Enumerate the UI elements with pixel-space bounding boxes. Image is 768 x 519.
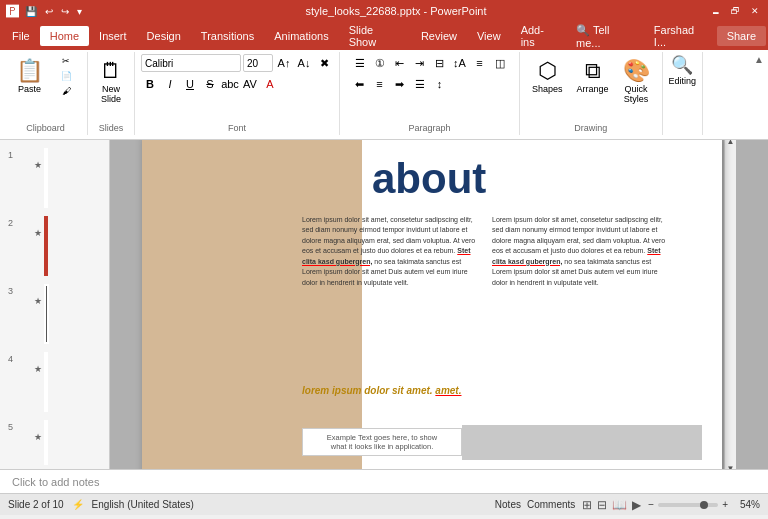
arrange-icon: ⧉: [585, 58, 601, 84]
slide-canvas[interactable]: about Lorem ipsum dolor sit amet, conset…: [142, 140, 722, 469]
normal-view-btn[interactable]: ⊞: [581, 497, 593, 513]
font-name-input[interactable]: [141, 54, 241, 72]
language-indicator[interactable]: English (United States): [92, 499, 194, 510]
slide-number-2: 2: [8, 218, 13, 228]
close-button[interactable]: ✕: [748, 4, 762, 18]
slide-thumb-4[interactable]: [44, 352, 48, 412]
slide-title[interactable]: about: [372, 155, 486, 203]
notes-button[interactable]: Notes: [495, 499, 521, 510]
slide-item-2[interactable]: 2 ★ about: [26, 216, 101, 280]
zoom-out-btn[interactable]: −: [648, 499, 654, 510]
align-center-button[interactable]: ≡: [371, 75, 389, 93]
ribbon-collapse[interactable]: ▲: [754, 52, 764, 135]
strikethrough-button[interactable]: S: [201, 75, 219, 93]
font-size-input[interactable]: [243, 54, 273, 72]
quick-save[interactable]: 💾: [23, 5, 39, 18]
slide-item-3[interactable]: 3 ★: [26, 284, 101, 348]
slide-text-col1[interactable]: Lorem ipsum dolor sit amet, consetetur s…: [302, 215, 477, 289]
line-spacing-button[interactable]: ↕: [431, 75, 449, 93]
zoom-in-btn[interactable]: +: [722, 499, 728, 510]
slides-label: Slides: [99, 123, 124, 133]
menu-animations[interactable]: Animations: [264, 26, 338, 46]
increase-indent-button[interactable]: ⇥: [411, 54, 429, 72]
quick-more[interactable]: ▾: [75, 5, 84, 18]
bullets-button[interactable]: ☰: [351, 54, 369, 72]
menu-design[interactable]: Design: [137, 26, 191, 46]
quick-undo[interactable]: ↩: [43, 5, 55, 18]
italic-button[interactable]: I: [161, 75, 179, 93]
slides-list: 1 ★ STYLE 2 ★ about: [4, 144, 105, 465]
para-bottom-row: ⬅ ≡ ➡ ☰ ↕: [351, 75, 509, 93]
menu-review[interactable]: Review: [411, 26, 467, 46]
menu-view[interactable]: View: [467, 26, 511, 46]
smartart-button[interactable]: ◫: [491, 54, 509, 72]
slide-lorem-link[interactable]: lorem ipsum dolor sit amet. amet.: [302, 385, 461, 396]
char-spacing-button[interactable]: AV: [241, 75, 259, 93]
drawing-label: Drawing: [574, 123, 607, 133]
reading-view-btn[interactable]: 📖: [611, 497, 628, 513]
numbering-button[interactable]: ①: [371, 54, 389, 72]
slide-thumb-3[interactable]: [44, 284, 49, 344]
align-text-button[interactable]: ≡: [471, 54, 489, 72]
quick-redo[interactable]: ↪: [59, 5, 71, 18]
justify-button[interactable]: ☰: [411, 75, 429, 93]
clipboard-label: Clipboard: [26, 123, 65, 133]
format-painter-button[interactable]: 🖌: [51, 84, 81, 98]
menu-account[interactable]: Farshad I...: [644, 20, 717, 52]
scroll-up-arrow[interactable]: ▲: [725, 140, 737, 148]
bold-button[interactable]: B: [141, 75, 159, 93]
clear-format-button[interactable]: ✖: [315, 54, 333, 72]
font-increase-button[interactable]: A↑: [275, 54, 293, 72]
align-left-button[interactable]: ⬅: [351, 75, 369, 93]
slide-item-4[interactable]: 4 ★: [26, 352, 101, 416]
restore-button[interactable]: 🗗: [728, 4, 742, 18]
zoom-slider[interactable]: [658, 503, 718, 507]
arrange-button[interactable]: ⧉ Arrange: [571, 54, 615, 98]
scroll-down-arrow[interactable]: ▼: [725, 462, 737, 470]
example-text-content: Example Text goes here, to showwhat it l…: [327, 433, 437, 451]
slideshow-btn[interactable]: ▶: [631, 497, 642, 513]
slide-text-col2[interactable]: Lorem ipsum dolor sit amet, consetetur s…: [492, 215, 667, 289]
menu-home[interactable]: Home: [40, 26, 89, 46]
drawing-group: ⬡ Shapes ⧉ Arrange 🎨 QuickStyles Drawing: [520, 52, 663, 135]
notes-bar[interactable]: Click to add notes: [0, 469, 768, 493]
slide-thumb-5[interactable]: [44, 420, 48, 465]
canvas-scrollbar[interactable]: ▲ ▼: [724, 140, 736, 469]
underline-button[interactable]: U: [181, 75, 199, 93]
paste-button[interactable]: 📋 Paste: [10, 54, 49, 98]
quick-styles-button[interactable]: 🎨 QuickStyles: [617, 54, 656, 108]
shapes-button[interactable]: ⬡ Shapes: [526, 54, 569, 98]
slide-number-3: 3: [8, 286, 13, 296]
font-color-button[interactable]: A: [261, 75, 279, 93]
menu-share[interactable]: Share: [717, 26, 766, 46]
slide-body-text-2: Lorem ipsum dolor sit amet, consetetur s…: [492, 216, 665, 286]
text-direction-button[interactable]: ↕A: [451, 54, 469, 72]
menu-file[interactable]: File: [2, 26, 40, 46]
editing-content: 🔍 Editing: [669, 54, 697, 131]
slide-sorter-btn[interactable]: ⊟: [596, 497, 608, 513]
new-slide-button[interactable]: 🗒 NewSlide: [94, 54, 128, 108]
zoom-level[interactable]: 54%: [732, 499, 760, 510]
comments-button[interactable]: Comments: [527, 499, 575, 510]
menu-slideshow[interactable]: Slide Show: [339, 20, 411, 52]
slide-item-5[interactable]: 5 ★: [26, 420, 101, 465]
copy-button[interactable]: 📄: [51, 69, 81, 83]
slide-item-1[interactable]: 1 ★ STYLE: [26, 148, 101, 212]
font-label: Font: [228, 123, 246, 133]
shadow-button[interactable]: abc: [221, 75, 239, 93]
window-title: style_looks_22688.pptx - PowerPoint: [84, 5, 708, 17]
lorem-link-text: lorem ipsum dolor sit amet. amet.: [302, 385, 461, 396]
menu-addins[interactable]: Add-ins: [511, 20, 566, 52]
cut-button[interactable]: ✂: [51, 54, 81, 68]
slide-thumb-2[interactable]: about: [44, 216, 48, 276]
menu-insert[interactable]: Insert: [89, 26, 137, 46]
font-decrease-button[interactable]: A↓: [295, 54, 313, 72]
slide-number-4: 4: [8, 354, 13, 364]
minimize-button[interactable]: 🗕: [708, 4, 722, 18]
align-right-button[interactable]: ➡: [391, 75, 409, 93]
columns-button[interactable]: ⊟: [431, 54, 449, 72]
menu-tellme[interactable]: 🔍 Tell me...: [566, 20, 644, 53]
slide-thumb-1[interactable]: STYLE: [44, 148, 48, 208]
decrease-indent-button[interactable]: ⇤: [391, 54, 409, 72]
menu-transitions[interactable]: Transitions: [191, 26, 264, 46]
